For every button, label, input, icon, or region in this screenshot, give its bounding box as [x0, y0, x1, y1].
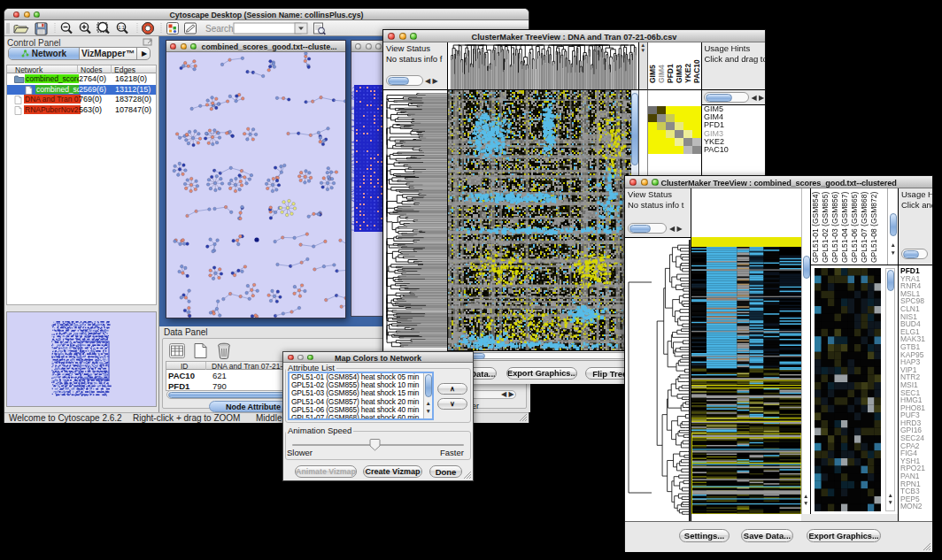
svg-text:Search:: Search: — [205, 24, 236, 34]
svg-text:1:1: 1:1 — [118, 25, 125, 30]
